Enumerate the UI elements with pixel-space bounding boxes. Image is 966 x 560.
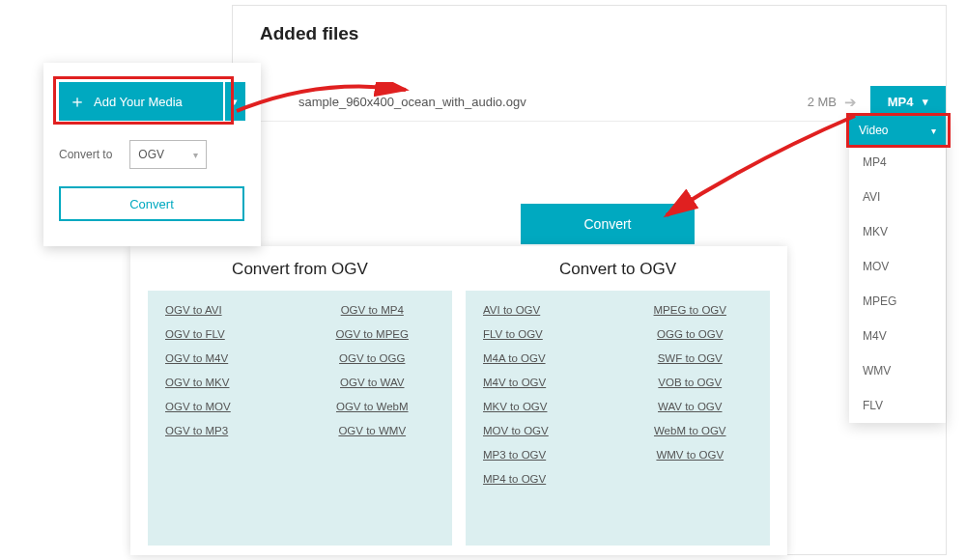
media-card: ＋ Add Your Media ▾ Convert to OGV ▾ Conv… — [43, 63, 261, 246]
conversion-links-panel: Convert from OGV OGV to AVIOGV to MP4OGV… — [130, 246, 787, 555]
chevron-down-icon: ▾ — [923, 96, 928, 108]
conversion-link[interactable]: OGV to MOV — [165, 401, 231, 412]
convert-to-value: OGV — [138, 148, 164, 161]
format-option[interactable]: M4V — [849, 319, 946, 353]
add-media-button[interactable]: ＋ Add Your Media — [59, 82, 223, 121]
conversion-link[interactable]: OGV to WMV — [338, 425, 406, 436]
conversion-link[interactable]: M4A to OGV — [483, 352, 546, 364]
file-row: sample_960x400_ocean_with_audio.ogv 2 MB… — [233, 83, 946, 122]
convert-to-title: Convert to OGV — [466, 260, 770, 279]
conversion-link[interactable]: WebM to OGV — [654, 425, 726, 436]
add-media-dropdown[interactable]: ▾ — [225, 82, 245, 121]
conversion-link[interactable]: OGV to FLV — [165, 328, 225, 340]
convert-from-grid: OGV to AVIOGV to MP4OGV to FLVOGV to MPE… — [148, 291, 452, 546]
arrow-right-icon: ➔ — [844, 94, 857, 111]
format-dropdown: Video ▾ MP4AVIMKVMOVMPEGM4VWMVFLV — [849, 116, 946, 423]
added-files-title: Added files — [233, 6, 946, 44]
conversion-link[interactable]: MKV to OGV — [483, 401, 547, 412]
conversion-link[interactable]: FLV to OGV — [483, 328, 543, 340]
conversion-link[interactable]: SWF to OGV — [658, 352, 723, 364]
format-option[interactable]: MKV — [849, 214, 946, 249]
format-option[interactable]: FLV — [849, 388, 946, 423]
plus-icon: ＋ — [69, 93, 86, 110]
conversion-link[interactable]: OGV to MP3 — [165, 425, 228, 436]
format-option[interactable]: MOV — [849, 249, 946, 284]
conversion-link[interactable]: OGV to AVI — [165, 304, 222, 316]
conversion-link[interactable]: AVI to OGV — [483, 304, 540, 316]
chevron-down-icon: ▾ — [931, 126, 936, 136]
file-size: 2 MB — [808, 95, 837, 109]
conversion-link[interactable]: OGV to WAV — [340, 377, 404, 388]
conversion-link[interactable]: MPEG to OGV — [654, 304, 726, 316]
conversion-link[interactable]: MP3 to OGV — [483, 449, 546, 461]
conversion-link[interactable]: WMV to OGV — [656, 449, 724, 461]
format-dropdown-header[interactable]: Video ▾ — [849, 116, 946, 145]
conversion-link[interactable]: OGV to MP4 — [341, 304, 404, 316]
format-option[interactable]: WMV — [849, 353, 946, 388]
conversion-link[interactable]: OGV to MKV — [165, 377, 229, 388]
convert-button-main[interactable]: Convert — [521, 204, 695, 244]
format-option[interactable]: MP4 — [849, 145, 946, 180]
conversion-link[interactable]: OGV to M4V — [165, 352, 228, 364]
convert-button-side[interactable]: Convert — [59, 186, 244, 221]
conversion-link[interactable]: OGV to MPEG — [336, 328, 409, 340]
file-name: sample_960x400_ocean_with_audio.ogv — [298, 95, 808, 109]
convert-to-label: Convert to — [59, 148, 112, 161]
format-select-label: MP4 — [888, 95, 914, 109]
format-option[interactable]: MPEG — [849, 284, 946, 319]
conversion-link[interactable]: M4V to OGV — [483, 377, 546, 388]
conversion-link[interactable]: VOB to OGV — [658, 377, 722, 388]
add-media-label: Add Your Media — [94, 95, 183, 109]
convert-to-grid: AVI to OGVMPEG to OGVFLV to OGVOGG to OG… — [466, 291, 770, 546]
conversion-link[interactable]: WAV to OGV — [658, 401, 722, 412]
conversion-link[interactable]: MOV to OGV — [483, 425, 549, 436]
convert-to-select[interactable]: OGV ▾ — [129, 140, 207, 169]
conversion-link[interactable]: OGV to OGG — [339, 352, 405, 364]
convert-from-title: Convert from OGV — [148, 260, 452, 279]
chevron-down-icon: ▾ — [193, 150, 198, 160]
chevron-down-icon: ▾ — [232, 96, 238, 108]
conversion-link[interactable]: OGV to WebM — [336, 401, 409, 412]
conversion-link[interactable]: OGG to OGV — [657, 328, 723, 340]
conversion-link[interactable]: MP4 to OGV — [483, 473, 546, 485]
format-select-button[interactable]: MP4 ▾ — [870, 86, 946, 119]
format-option[interactable]: AVI — [849, 180, 946, 214]
